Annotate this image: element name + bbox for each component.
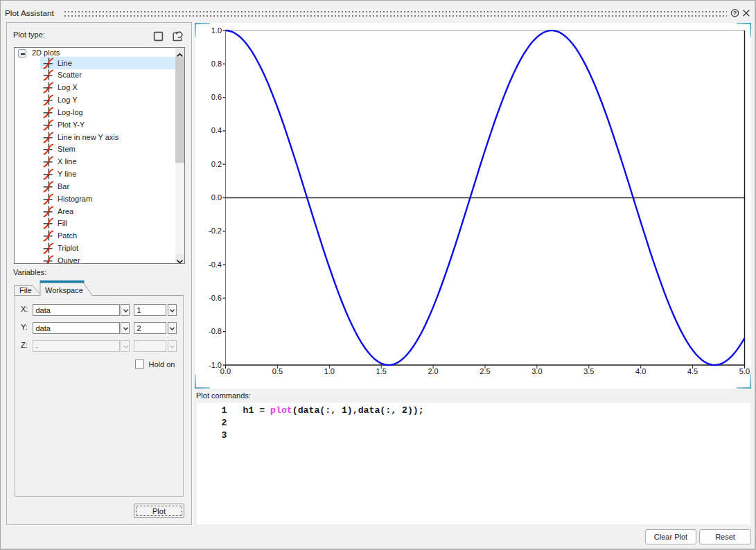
svg-text:-0.4: -0.4 <box>209 260 222 269</box>
svg-text:5.0: 5.0 <box>739 367 750 375</box>
svg-text:2.5: 2.5 <box>480 367 490 375</box>
svg-text:4.0: 4.0 <box>635 367 646 375</box>
svg-text:2.0: 2.0 <box>428 367 438 375</box>
svg-text:0.5: 0.5 <box>272 367 283 375</box>
svg-text:3.5: 3.5 <box>583 367 594 375</box>
svg-text:1.5: 1.5 <box>376 367 387 375</box>
svg-text:-0.6: -0.6 <box>209 294 222 302</box>
svg-text:4.5: 4.5 <box>687 367 698 375</box>
svg-text:-0.2: -0.2 <box>209 227 222 235</box>
svg-text:0.6: 0.6 <box>211 93 222 101</box>
svg-text:Workspace: Workspace <box>45 286 83 294</box>
svg-text:0.2: 0.2 <box>211 160 222 168</box>
svg-text:0.0: 0.0 <box>211 193 222 202</box>
svg-text:File: File <box>19 286 32 294</box>
svg-text:0.8: 0.8 <box>211 60 222 68</box>
svg-text:?: ? <box>733 10 737 17</box>
svg-text:0.4: 0.4 <box>211 126 222 134</box>
svg-text:3.0: 3.0 <box>531 367 542 375</box>
svg-text:1.0: 1.0 <box>211 26 222 35</box>
svg-text:1.0: 1.0 <box>324 367 335 375</box>
svg-text:0.0: 0.0 <box>220 367 231 375</box>
svg-text:-0.8: -0.8 <box>209 327 222 335</box>
